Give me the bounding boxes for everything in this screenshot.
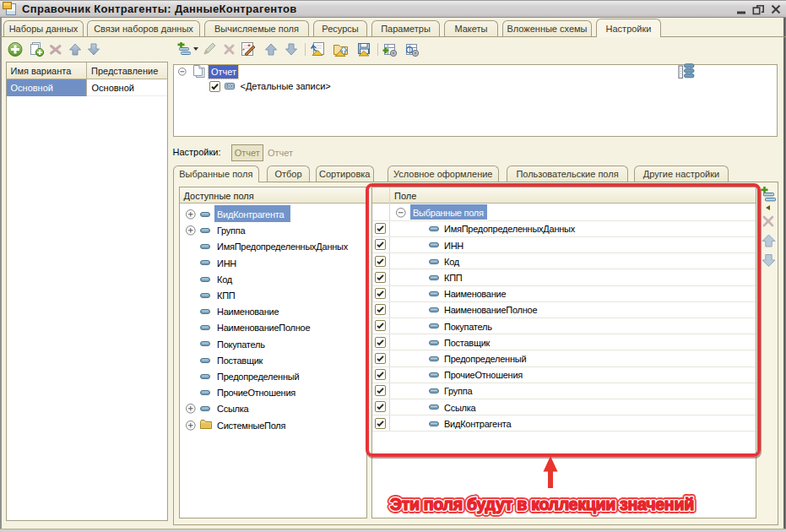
svg-text:Эти поля будут в коллекции зна: Эти поля будут в коллекции значений [390, 495, 694, 513]
